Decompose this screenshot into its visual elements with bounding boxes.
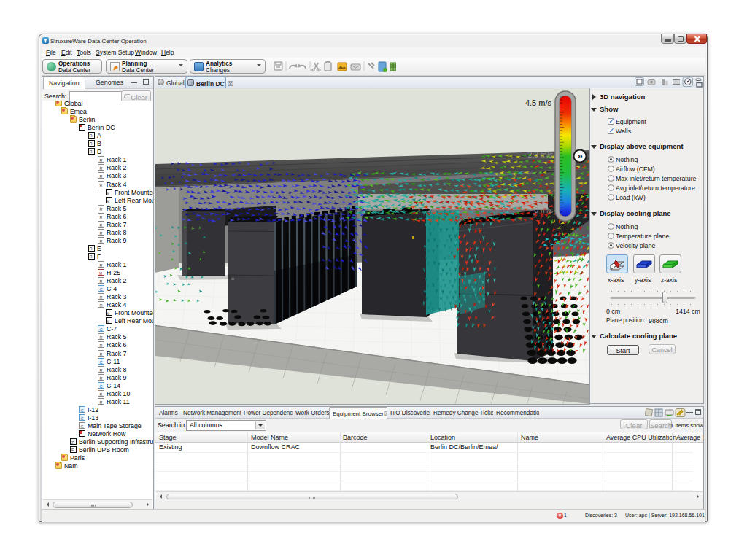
svg-text:4.5 m/s: 4.5 m/s [525,98,552,107]
svg-text:»: » [577,150,582,161]
svg-text:0 m/s: 0 m/s [534,206,553,214]
svg-text:2,3 m/s: 2,3 m/s [528,150,553,159]
